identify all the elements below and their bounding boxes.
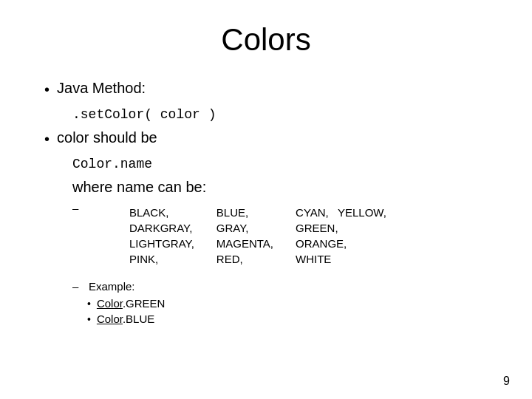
example-color-green: Color.GREEN: [97, 297, 166, 310]
slide-container: Colors • Java Method: .setColor( color )…: [0, 0, 532, 399]
color-lightgray: LIGHTGRAY,: [129, 237, 194, 250]
example-color-blue: Color.BLUE: [97, 313, 154, 325]
where-label: where name can be:: [72, 179, 488, 196]
bullet-1-text: Java Method:: [57, 80, 146, 97]
example-bullet-2: •: [87, 313, 91, 325]
color-green: GREEN,: [296, 222, 386, 234]
page-number: 9: [503, 375, 510, 388]
code-color-name: Color.name: [72, 157, 488, 171]
bullet-1-icon: •: [44, 81, 50, 98]
code-setcolor: .setColor( color ): [72, 107, 488, 122]
bullet-2-text: color should be: [57, 129, 157, 146]
color-cyan-yellow: CYAN, YELLOW,: [296, 206, 386, 219]
colors-grid: BLACK, DARKGRAY, LIGHTGRAY, PINK, BLUE, …: [129, 206, 386, 265]
bullet-item-1: • Java Method:: [44, 80, 488, 98]
bullet-item-2: • color should be: [44, 129, 488, 148]
slide-title: Colors: [44, 22, 488, 58]
color-col-1: BLACK, DARKGRAY, LIGHTGRAY, PINK,: [129, 206, 194, 265]
color-red: RED,: [216, 253, 273, 265]
color-pink: PINK,: [129, 253, 194, 265]
example-item-1: • Color.GREEN: [87, 297, 488, 310]
color-white: WHITE: [296, 253, 386, 265]
color-gray: GRAY,: [216, 222, 273, 234]
dash-icon: –: [72, 202, 83, 214]
examples-list: • Color.GREEN • Color.BLUE: [72, 297, 488, 328]
example-label: Example:: [89, 280, 135, 293]
example-dash-icon: –: [72, 280, 83, 293]
color-orange: ORANGE,: [296, 237, 386, 250]
bullet-2-icon: •: [44, 131, 50, 148]
color-col-2: BLUE, GRAY, MAGENTA, RED,: [216, 206, 273, 265]
color-blue: BLUE,: [216, 206, 273, 219]
color-col-3: CYAN, YELLOW, GREEN, ORANGE, WHITE: [296, 206, 386, 265]
example-dash-row: – Example:: [72, 280, 488, 293]
example-bullet-1: •: [87, 298, 91, 310]
color-magenta: MAGENTA,: [216, 237, 273, 250]
color-black: BLACK,: [129, 206, 194, 219]
color-darkgray: DARKGRAY,: [129, 222, 194, 234]
colors-dash-row: – BLACK, DARKGRAY, LIGHTGRAY, PINK, BLUE…: [72, 202, 488, 273]
example-item-2: • Color.BLUE: [87, 313, 488, 325]
